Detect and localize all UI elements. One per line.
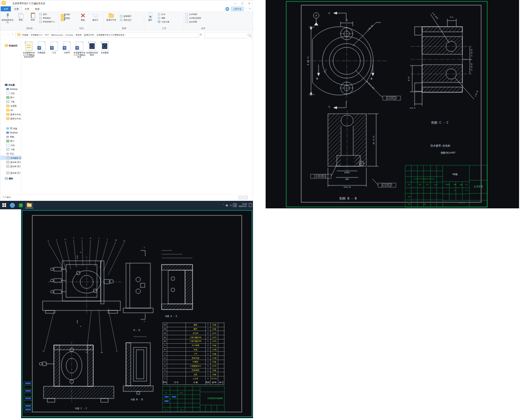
sidebar-item[interactable]: 图片 — [0, 139, 22, 143]
start-button[interactable] — [2, 203, 6, 207]
sidebar-item[interactable]: 夹具图 — [0, 104, 22, 108]
breadcrumb-item[interactable]: Administrator — [51, 34, 64, 36]
title-bar[interactable]: ˇ 支承套零件加工工艺编程及夹具 — ▢ ✕ — [0, 0, 253, 7]
bom-row: 6 固定钻套 1 T10A — [163, 356, 225, 360]
sidebar-item[interactable]: 视频 — [0, 135, 22, 139]
copy-to-button[interactable]: 复制到 — [60, 17, 70, 20]
taskbar-app-green[interactable] — [17, 202, 25, 208]
paste-button[interactable]: 粘贴 — [27, 13, 39, 27]
sidebar-item[interactable]: 新建文件夹 (2) — [0, 117, 22, 121]
chevron-down-icon[interactable]: ˇ — [2, 44, 5, 47]
breadcrumb-item[interactable]: 此电脑 — [22, 34, 29, 37]
new-folder-button[interactable]: 新建文件夹 — [105, 13, 118, 27]
select-none-button[interactable]: 全部取消选择 — [186, 17, 201, 20]
sidebar-item[interactable]: Desktop — [0, 131, 22, 135]
search-input[interactable] — [205, 32, 252, 38]
bom-note — [218, 352, 225, 355]
sidebar-item[interactable]: 文档 — [0, 143, 22, 147]
sidebar-item[interactable]: 新建文件夹 — [0, 112, 22, 117]
pin-to-quick-access-button[interactable]: 固定到快速访问 — [1, 13, 14, 27]
breadcrumb-item[interactable]: 用户 — [45, 34, 50, 37]
file-item[interactable]: W 支承套零件加工工艺编程及夹具说明书 — [23, 42, 35, 59]
copy-button[interactable]: 复制 — [15, 13, 27, 27]
invert-selection-button[interactable]: 反向选择 — [186, 21, 201, 23]
cloud-app-icon[interactable] — [226, 7, 230, 11]
copy-path-button[interactable]: 复制路径 — [39, 17, 55, 20]
sidebar-item[interactable]: 3D 对象 — [0, 126, 22, 131]
sidebar-item[interactable]: 新加卷 (E:) — [0, 164, 22, 169]
thumbnail-view-toggle[interactable] — [244, 196, 248, 199]
sidebar-item[interactable]: rar — [0, 108, 22, 112]
address-dropdown-icon[interactable]: ˇ — [195, 34, 198, 36]
breadcrumb-item[interactable]: 夹具图 — [75, 34, 82, 37]
sidebar-quick-access[interactable]: ˇ 快速访问 — [0, 44, 22, 48]
tray-collapse-icon[interactable]: ˆ — [223, 204, 224, 206]
ime-indicator[interactable]: 中 — [233, 203, 237, 207]
open-button[interactable]: 打开 — [158, 13, 170, 16]
taskbar-app-browser[interactable] — [8, 202, 16, 208]
file-item[interactable]: W 任务书 — [61, 42, 73, 54]
select-all-button[interactable]: 全部选择 — [186, 13, 201, 16]
sidebar-this-pc[interactable]: ˇ 此电脑 — [0, 83, 22, 87]
cloud-login-button[interactable]: 立即登录 — [231, 7, 244, 11]
list-view-toggle[interactable] — [239, 196, 243, 199]
up-button[interactable]: ↑ — [12, 33, 14, 36]
breadcrumb-item[interactable]: 新建文件夹 — [83, 34, 94, 37]
sidebar-item[interactable]: 文档 — [0, 91, 22, 96]
easy-access-button[interactable]: 轻松访问 — [120, 19, 132, 22]
address-field[interactable]: 此电脑 › 本地磁盘 (C:) › 用户 › Administrator › — [16, 32, 199, 38]
file-item[interactable]: W 开题报告 — [36, 42, 48, 54]
file-item[interactable]: W 支承套零件加工工艺编程及夹具 — [74, 42, 86, 59]
menu-tab[interactable]: 文件 — [1, 7, 11, 12]
properties-button[interactable]: 属性 — [145, 13, 156, 27]
quick-access-toolbar[interactable]: ˇ — [2, 1, 10, 5]
delete-button[interactable]: 删除 — [78, 13, 89, 27]
refresh-icon[interactable]: ⟳ — [200, 33, 202, 37]
history-button[interactable]: 历史记录 — [158, 21, 170, 23]
chevron-right-icon[interactable]: › — [2, 177, 5, 180]
minimize-button[interactable]: — — [232, 0, 239, 7]
sidebar-item[interactable]: 新加卷 (D:) — [0, 160, 22, 164]
volume-icon[interactable]: ◁ — [230, 204, 231, 206]
taskb​ar-file-explorer[interactable] — [25, 202, 33, 208]
back-button[interactable]: ← — [2, 33, 5, 36]
menu-tab[interactable]: 查看 — [32, 7, 43, 12]
move-to-button[interactable]: 移动到 — [60, 13, 70, 16]
file-item[interactable]: W 论文 — [48, 42, 60, 54]
search-icon — [248, 34, 251, 37]
edit-button[interactable]: 编辑 — [158, 17, 170, 20]
bom-part-name: 六角头螺栓M4 — [186, 335, 206, 339]
breadcrumb-item[interactable]: 本地磁盘 (C:) — [30, 34, 43, 37]
sidebar-item[interactable]: 下载 — [0, 100, 22, 104]
forward-button[interactable]: → — [7, 33, 10, 36]
sidebar-item[interactable]: 音乐 — [0, 152, 22, 156]
paste-shortcut-button[interactable]: 粘贴快捷方式 — [39, 21, 55, 23]
network-icon[interactable]: ▦ — [226, 204, 228, 206]
new-item-button[interactable]: 新建项目 — [120, 15, 132, 18]
rename-button[interactable]: 重命名 — [89, 13, 102, 27]
file-item[interactable]: W 支承套图 — [99, 42, 111, 54]
sidebar-item[interactable]: Desktop — [0, 87, 22, 91]
close-button[interactable]: ✕ — [246, 0, 253, 7]
sidebar-item[interactable]: 图片 — [0, 96, 22, 100]
sidebar-item[interactable]: 本地磁盘 (C:) — [0, 156, 22, 160]
bom-part-name: 开口垫圈 — [186, 344, 206, 347]
cut-button[interactable]: 剪切 — [39, 13, 55, 16]
help-icon[interactable]: ? — [248, 7, 252, 11]
breadcrumb-item[interactable]: Desktop — [65, 34, 74, 36]
maximize-button[interactable]: ▢ — [239, 0, 246, 7]
chevron-down-icon[interactable]: ˇ — [7, 2, 8, 4]
file-item[interactable]: W 支承套夹具装配图 — [86, 42, 98, 56]
taskbar-clock[interactable]: 15:04 2021/7/27 — [238, 203, 247, 207]
menu-tab[interactable]: 共享 — [22, 7, 32, 12]
bom-code — [167, 335, 186, 339]
bom-item-number: 3 — [163, 368, 167, 372]
ribbon-collapse-icon[interactable]: ˆ — [245, 8, 246, 10]
notification-center-icon[interactable] — [249, 204, 252, 207]
sidebar-item[interactable]: 下载 — [0, 147, 22, 152]
sidebar-item-network[interactable]: › 网络 — [0, 177, 22, 181]
menu-tab[interactable]: 主页 — [11, 7, 22, 12]
breadcrumb-item[interactable]: 支承套零件加工工艺编程及夹具 — [96, 34, 125, 37]
sidebar-item-drive-f[interactable]: 新加卷 (F:) — [0, 171, 22, 175]
chevron-down-icon[interactable]: ˇ — [2, 84, 5, 86]
